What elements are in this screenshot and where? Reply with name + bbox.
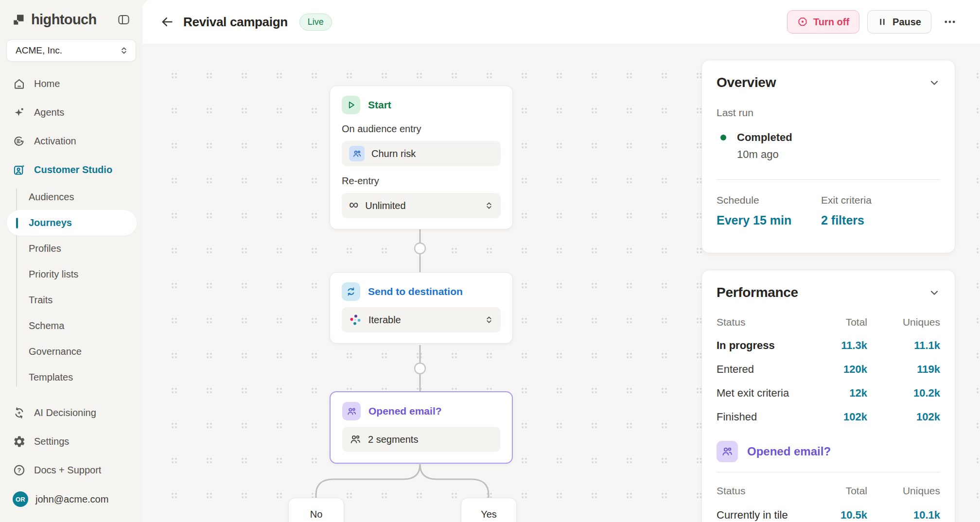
sidebar-item-label: Activation [34,136,76,147]
last-run-status: Completed 10m ago [717,131,940,161]
sidebar-footer: AI Decisioning Settings ? Docs + Support… [0,399,142,514]
sidebar-item-journeys[interactable]: Journeys [7,210,137,236]
status-dot-green [720,135,726,140]
page-header: Revival campaign Live Turn off Pause [142,0,980,44]
table-row: Currently in tile 10.5k 10.1k [717,509,940,522]
column-status: Status [717,316,802,328]
sub-item-label: Priority lists [29,269,78,280]
schedule-label: Schedule [717,194,821,206]
row-label: Currently in tile [717,509,802,522]
overview-title: Overview [717,75,776,90]
last-run-label: Last run [717,107,940,119]
sidebar-item-governance[interactable]: Governance [0,339,142,365]
pause-button[interactable]: Pause [867,10,931,34]
back-arrow-icon[interactable] [160,15,175,29]
app-window: hightouch ACME, Inc. Home [0,0,980,522]
node-send-header: Send to destination [342,282,501,301]
sub-item-label: Audiences [29,191,74,203]
schedule-link[interactable]: Every 15 min [717,213,821,227]
sidebar-item-activation[interactable]: Activation [0,127,142,156]
performance-card: Performance Status Total Uniques In prog… [701,270,955,522]
journey-canvas[interactable]: Start On audience entry Churn risk Re-en… [142,44,980,522]
avatar: OR [13,491,28,507]
edge-connector[interactable] [415,363,425,374]
audience-row[interactable]: Churn risk [342,141,501,166]
updown-chevron-icon [485,315,493,324]
turn-off-button[interactable]: Turn off [787,10,859,34]
sidebar-item-customer-studio[interactable]: Customer Studio [0,156,142,184]
segments-count: 2 segments [368,434,418,445]
row-uniques: 10.2k [867,387,940,400]
branch-yes-node[interactable]: Yes [461,498,517,522]
branch-no-label: No [310,509,323,522]
column-status: Status [717,485,802,497]
sidebar-item-traits[interactable]: Traits [0,287,142,313]
node-start-header: Start [342,96,501,114]
edge-connector[interactable] [415,243,425,254]
sidebar-item-label: Settings [34,436,69,447]
activation-icon [13,135,26,148]
iterable-logo [349,313,362,326]
sidebar-item-priority-lists[interactable]: Priority lists [0,261,142,287]
users-icon [349,146,365,161]
node-opened-email[interactable]: Opened email? 2 segments [330,391,513,464]
exit-criteria-link[interactable]: 2 filters [821,213,872,227]
main-area: Revival campaign Live Turn off Pause [142,0,980,522]
node-title: Send to destination [368,286,463,297]
ai-decisioning-icon [13,406,26,419]
sidebar-item-settings[interactable]: Settings [0,427,142,456]
user-menu[interactable]: OR john@acme.com [0,485,142,514]
home-icon [13,77,26,90]
sidebar-item-agents[interactable]: Agents [0,98,142,127]
reentry-label: Re-entry [342,175,501,187]
row-uniques: 119k [867,363,940,376]
table-row: Entered 120k 119k [717,363,940,376]
page-title: Revival campaign [183,15,288,30]
node-send-to-destination[interactable]: Send to destination Iterable [330,272,513,344]
sidebar-item-profiles[interactable]: Profiles [0,236,142,261]
column-total: Total [802,485,867,497]
collapse-sidebar-icon[interactable] [116,13,131,27]
infinity-icon: ∞ [349,198,358,211]
destination-name: Iterable [368,314,401,326]
customer-studio-icon [13,163,26,176]
sidebar-item-docs-support[interactable]: ? Docs + Support [0,456,142,485]
sidebar: hightouch ACME, Inc. Home [0,0,142,522]
help-icon: ? [13,464,26,477]
destination-select[interactable]: Iterable [342,307,501,332]
row-uniques: 11.1k [867,339,940,352]
row-uniques: 102k [867,411,940,423]
column-uniques: Uniques [867,316,940,328]
workspace-switcher[interactable]: ACME, Inc. [6,39,136,62]
updown-chevron-icon [120,46,128,55]
sub-item-label: Governance [29,346,82,357]
stop-octagon-icon [797,17,808,27]
chevron-down-icon[interactable] [928,287,940,298]
row-total: 11.3k [802,339,867,352]
brand-name: hightouch [31,12,97,28]
table-row: In progress 11.3k 11.1k [717,339,940,352]
chevron-down-icon[interactable] [928,77,940,88]
last-run-status-text: Completed [737,131,940,144]
tile-title-link[interactable]: Opened email? [747,445,831,458]
sidebar-item-ai-decisioning[interactable]: AI Decisioning [0,399,142,427]
row-total: 102k [802,411,867,423]
segments-row[interactable]: 2 segments [342,427,500,452]
node-start[interactable]: Start On audience entry Churn risk Re-en… [330,86,513,229]
branch-no-node[interactable]: No [288,498,344,522]
more-options-icon[interactable] [939,11,961,33]
turn-off-label: Turn off [813,17,849,28]
sidebar-item-audiences[interactable]: Audiences [0,184,142,210]
sidebar-item-label: Agents [34,107,64,118]
customer-studio-subnav: Audiences Journeys Profiles Priority lis… [0,184,142,390]
sidebar-item-templates[interactable]: Templates [0,365,142,390]
sub-item-label: Profiles [29,243,61,254]
sidebar-item-home[interactable]: Home [0,70,142,98]
pause-label: Pause [892,17,921,28]
row-total: 12k [802,387,867,400]
sidebar-item-label: Customer Studio [34,164,112,175]
reentry-select[interactable]: ∞ Unlimited [342,193,501,218]
row-total: 10.5k [802,509,867,522]
column-uniques: Uniques [867,485,940,497]
sidebar-item-schema[interactable]: Schema [0,313,142,339]
